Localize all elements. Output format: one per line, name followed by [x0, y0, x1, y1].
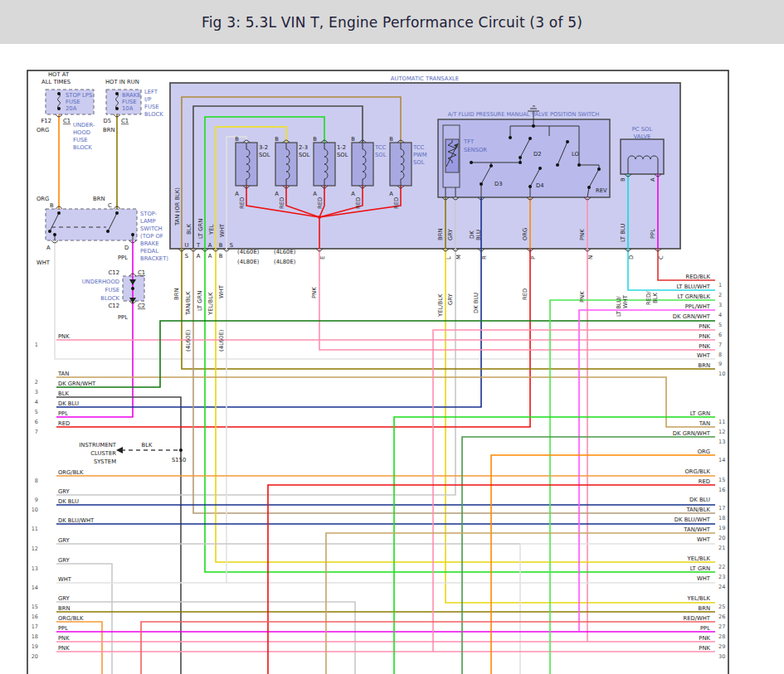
- title-bar: Fig 3: 5.3L VIN T, Engine Performance Ci…: [0, 0, 784, 44]
- right-row-label-4: PPL/WHT: [685, 303, 711, 310]
- right-row-number-22: 22: [718, 564, 725, 570]
- left-row-number-7: 7: [35, 429, 38, 435]
- junction-dot: [519, 156, 522, 159]
- label: BRAKE: [140, 240, 159, 247]
- label: BRN: [93, 196, 105, 202]
- red-pinP-row7L: [56, 249, 530, 427]
- right-row-number-2: 2: [718, 292, 722, 298]
- label: SOL: [259, 152, 270, 158]
- label: C1: [121, 118, 129, 124]
- right-row-number-9: 9: [718, 361, 722, 367]
- label: A: [351, 191, 355, 197]
- valve-position-switch-box: [438, 119, 610, 197]
- label: DK: [469, 230, 475, 239]
- label: D: [628, 255, 635, 259]
- label: I/P: [144, 96, 151, 103]
- junction-dot: [528, 185, 532, 188]
- left-row-number-18: 18: [32, 633, 38, 640]
- right-row-label-17: DK BLU: [689, 497, 710, 503]
- right-row-number-21: 21: [718, 545, 725, 551]
- label: 3-2: [259, 144, 268, 151]
- label: BRN: [103, 127, 114, 133]
- left-row-number-9: 9: [35, 497, 38, 503]
- left-row-label-8: ORG/BLK: [58, 469, 84, 476]
- brn-pinU-row10: [182, 249, 715, 369]
- left-row-label-11: DK BLU/WHT: [58, 517, 95, 524]
- junction-dot: [597, 167, 601, 171]
- row-L15-gry: [56, 602, 355, 674]
- right-row-label-24: WHT: [697, 575, 711, 582]
- right-row-number-13: 13: [718, 439, 725, 445]
- junction-dot: [57, 107, 61, 110]
- right-row-number-26: 26: [718, 613, 725, 620]
- left-row-number-15: 15: [32, 604, 38, 610]
- label: TCC: [374, 144, 386, 151]
- label: A/T FLUID PRESSURE MANUAL VALVE POSITION…: [448, 111, 600, 118]
- label: YEL/BLK: [207, 292, 214, 316]
- label: FUSE: [66, 99, 80, 105]
- label: F12: [41, 118, 51, 124]
- label: C12: [109, 269, 119, 276]
- left-row-label-4: BLK: [58, 390, 69, 397]
- junction-dot: [532, 124, 535, 128]
- label: B: [219, 253, 223, 259]
- label: RED/: [645, 291, 652, 305]
- label: SOL: [299, 152, 310, 158]
- right-row-number-3: 3: [718, 302, 722, 308]
- label: D5: [103, 118, 111, 124]
- label: C12: [109, 303, 119, 309]
- right-row-label-16: RED: [699, 478, 710, 485]
- label: FUSE: [73, 137, 88, 143]
- label: M: [455, 255, 462, 259]
- label: HOOD: [73, 129, 90, 136]
- row-R13-dkgrnwht: [462, 437, 715, 674]
- right-row-label-21: WHT: [697, 536, 711, 543]
- label: BLK: [186, 224, 192, 235]
- label: A: [650, 177, 656, 182]
- label: FUSE: [105, 287, 120, 293]
- label: B: [620, 177, 626, 182]
- junction-dot: [57, 92, 61, 95]
- left-row-number-5: 5: [35, 409, 38, 415]
- right-row-label-5: DK GRN/WHT: [673, 313, 711, 320]
- label: ORG: [37, 127, 49, 133]
- left-row-number-4: 4: [35, 399, 38, 405]
- junction-dot: [538, 167, 542, 170]
- label: LT BLU/: [616, 296, 622, 317]
- label: RED: [279, 197, 285, 209]
- label: PPL: [650, 229, 656, 239]
- right-row-number-5: 5: [718, 322, 722, 328]
- label: SYSTEM: [94, 458, 116, 465]
- blk-row4-wire: [56, 397, 181, 674]
- right-row-label-29: PNK: [699, 635, 710, 642]
- label: PC SOL: [632, 126, 653, 133]
- label: C: [658, 255, 665, 259]
- junction-dot: [106, 230, 110, 233]
- label: CLUSTER: [90, 450, 116, 457]
- left-row-number-20: 20: [32, 653, 38, 660]
- right-row-number-24: 24: [718, 584, 725, 590]
- label: B: [50, 202, 54, 209]
- left-row-label-2: TAN: [57, 371, 69, 377]
- junction-dot: [480, 182, 483, 186]
- label: PNK: [579, 229, 586, 240]
- label: N: [587, 255, 594, 259]
- junction-dot: [470, 161, 473, 164]
- left-row-number-19: 19: [32, 643, 38, 650]
- label: (4L80E): [274, 259, 296, 265]
- label: ORG: [37, 196, 49, 202]
- left-row-label-19: PNK: [58, 635, 70, 642]
- label: BRN: [437, 229, 444, 240]
- junction-dot: [528, 137, 532, 140]
- label: BLOCK: [100, 295, 119, 302]
- right-row-label-14: ORG: [698, 449, 710, 455]
- label: LAMP: [140, 218, 156, 225]
- label: BRN: [173, 289, 180, 300]
- label: GRY: [447, 228, 454, 240]
- junction-dot: [48, 230, 51, 233]
- label: INSTRUMENT: [79, 442, 116, 449]
- junction-dot: [519, 161, 522, 164]
- label: (TOP OF: [140, 233, 163, 240]
- right-row-number-12: 12: [718, 429, 725, 435]
- label: BLU: [475, 230, 482, 240]
